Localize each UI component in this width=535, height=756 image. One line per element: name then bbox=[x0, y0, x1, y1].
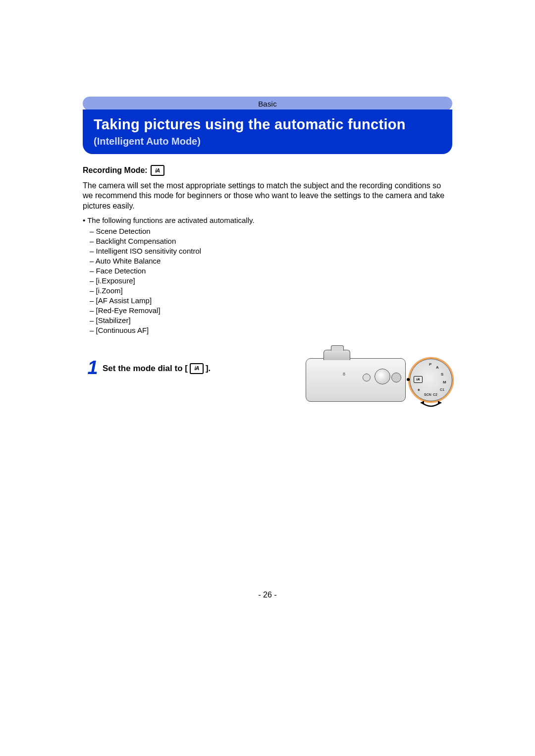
list-item: [Red-Eye Removal] bbox=[90, 306, 452, 316]
camera-lens-icon bbox=[323, 350, 350, 360]
list-item: Face Detection bbox=[90, 266, 452, 276]
list-item: [Continuous AF] bbox=[90, 325, 452, 335]
intro-paragraph: The camera will set the most appropriate… bbox=[83, 181, 452, 211]
chapter-pill: Basic bbox=[83, 97, 452, 110]
camera-body-label: 8 bbox=[343, 372, 345, 377]
list-item: [AF Assist Lamp] bbox=[90, 296, 452, 306]
list-item: [Stabilizer] bbox=[90, 316, 452, 325]
auto-functions-list: Scene Detection Backlight Compensation I… bbox=[83, 226, 452, 335]
list-item: Backlight Compensation bbox=[90, 236, 452, 246]
camera-small-button-icon bbox=[363, 374, 371, 381]
dial-position-scn: SCN bbox=[424, 393, 431, 396]
dial-position-p: P bbox=[429, 362, 431, 367]
section-title-block: Taking pictures using the automatic func… bbox=[83, 109, 452, 154]
svg-marker-0 bbox=[420, 401, 424, 405]
svg-marker-1 bbox=[438, 401, 442, 405]
section-title: Taking pictures using the automatic func… bbox=[94, 116, 441, 133]
mode-dial-callout-icon: iA P A S M C1 C2 SCN ✦ bbox=[410, 359, 452, 401]
step-number: 1 bbox=[83, 358, 103, 377]
page-number: - 26 - bbox=[0, 591, 535, 599]
dial-position-a: A bbox=[436, 365, 439, 370]
dial-position-m: M bbox=[443, 380, 446, 384]
list-item: Scene Detection bbox=[90, 226, 452, 236]
dial-position-c2: C2 bbox=[433, 393, 437, 396]
step-text-before: Set the mode dial to [ bbox=[103, 364, 188, 374]
list-item: [i.Zoom] bbox=[90, 286, 452, 296]
dial-position-s: S bbox=[441, 372, 443, 377]
dial-position-c1: C1 bbox=[440, 388, 444, 391]
intelligent-auto-icon: iA bbox=[151, 165, 164, 176]
list-item: Intelligent ISO sensitivity control bbox=[90, 246, 452, 256]
manual-page: Basic Taking pictures using the automati… bbox=[0, 0, 535, 756]
step-instruction: Set the mode dial to [ iA ]. bbox=[103, 358, 306, 374]
auto-functions-intro: • The following functions are activated … bbox=[83, 216, 452, 224]
recording-mode-line: Recording Mode: iA bbox=[83, 165, 452, 176]
step-text-after: ]. bbox=[206, 364, 211, 374]
list-item: [i.Exposure] bbox=[90, 276, 452, 286]
camera-body-icon: 8 bbox=[306, 358, 406, 402]
dial-position-creative: ✦ bbox=[417, 388, 421, 392]
intelligent-auto-icon: iA bbox=[190, 363, 204, 374]
dial-index-dot-icon bbox=[407, 378, 410, 381]
recording-mode-label: Recording Mode: bbox=[83, 166, 148, 175]
section-subtitle: (Intelligent Auto Mode) bbox=[94, 136, 441, 147]
dial-ia-position-icon: iA bbox=[414, 376, 423, 383]
camera-dial-icon bbox=[391, 373, 401, 382]
camera-top-illustration: 8 iA P A S M C1 C2 SCN ✦ bbox=[306, 358, 452, 402]
step-1-row: 1 Set the mode dial to [ iA ]. 8 iA P A … bbox=[83, 358, 452, 402]
list-item: Auto White Balance bbox=[90, 256, 452, 266]
dial-rotate-arrows-icon bbox=[420, 400, 442, 409]
camera-shutter-icon bbox=[374, 369, 390, 384]
